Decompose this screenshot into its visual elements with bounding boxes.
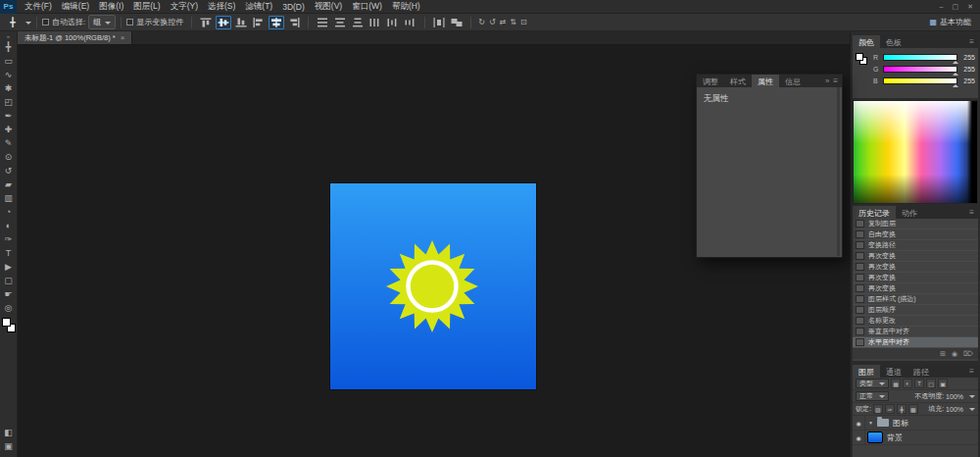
tab-paths[interactable]: 路径 — [907, 365, 935, 378]
foreground-color-swatch[interactable] — [856, 53, 863, 61]
history-step[interactable]: 再次变换 — [853, 251, 978, 262]
lock-transparent-pixels-icon[interactable]: ▨ — [873, 404, 883, 414]
rectangle-tool[interactable]: ▢ — [0, 274, 17, 287]
brush-tool[interactable]: ✎ — [0, 136, 17, 150]
green-value[interactable]: 255 — [960, 66, 975, 73]
history-step[interactable]: 变换路径 — [853, 240, 978, 251]
align-top-icon[interactable] — [198, 16, 214, 29]
hand-tool[interactable]: ☛ — [0, 287, 17, 301]
layer-thumbnail[interactable] — [867, 432, 883, 443]
red-value[interactable]: 255 — [960, 54, 975, 61]
close-tab-icon[interactable]: × — [121, 33, 125, 42]
distribute-left-icon[interactable] — [368, 16, 383, 29]
align-horizontal-centers-icon[interactable] — [269, 16, 284, 29]
visibility-eye-icon[interactable]: ◉ — [853, 416, 865, 430]
history-step[interactable]: 自由变换 — [853, 229, 978, 240]
minimize-button[interactable]: – — [940, 3, 944, 11]
history-step[interactable]: 名称更改 — [853, 316, 978, 327]
tab-styles[interactable]: 样式 — [724, 75, 752, 87]
panel-menu-icon[interactable]: ≡ — [969, 37, 974, 46]
tab-actions[interactable]: 动作 — [896, 206, 923, 219]
lock-all-icon[interactable]: ▩ — [908, 404, 918, 414]
eyedropper-tool[interactable]: ✒ — [0, 109, 17, 123]
collapse-panel-icon[interactable]: » — [825, 76, 829, 85]
tab-channels[interactable]: 通道 — [880, 365, 907, 378]
panel-menu-icon[interactable]: ≡ — [833, 76, 838, 85]
dodge-tool[interactable]: ◐ — [0, 219, 17, 232]
menu-filter[interactable]: 滤镜(T) — [240, 0, 277, 14]
document-tab[interactable]: 未标题-1 @ 100%(RGB/8) * × — [18, 31, 132, 44]
foreground-color-swatch[interactable] — [2, 318, 11, 327]
fill-value[interactable]: 100% — [946, 406, 963, 413]
history-step[interactable]: 图层顺序 — [853, 305, 978, 316]
auto-select-checkbox[interactable] — [42, 19, 49, 25]
move-tool[interactable]: ╋ — [0, 40, 17, 54]
menu-edit[interactable]: 编辑(E) — [57, 0, 94, 14]
tab-color[interactable]: 颜色 — [853, 35, 880, 48]
3d-scale-icon[interactable]: ⊡ — [520, 18, 527, 26]
fill-caret-icon[interactable] — [969, 408, 975, 414]
new-document-from-state-icon[interactable]: ⊞ — [940, 350, 946, 358]
create-snapshot-icon[interactable]: ◉ — [952, 350, 957, 358]
history-step[interactable]: 再次变换 — [853, 283, 978, 294]
history-step[interactable]: 复制图层 — [853, 219, 978, 229]
delete-state-icon[interactable]: ⌦ — [963, 350, 973, 358]
tab-info[interactable]: 信息 — [779, 75, 807, 87]
blue-slider[interactable] — [883, 77, 957, 84]
align-right-icon[interactable] — [286, 16, 302, 29]
artboard[interactable] — [330, 183, 536, 389]
distribute-spacing-icon[interactable] — [431, 16, 447, 29]
blend-mode-dropdown[interactable]: 正常 — [856, 391, 889, 401]
menu-image[interactable]: 图像(I) — [94, 0, 128, 14]
tab-layers[interactable]: 图层 — [853, 365, 880, 378]
menu-help[interactable]: 帮助(H) — [387, 0, 425, 14]
align-vertical-centers-icon[interactable] — [216, 16, 231, 29]
distribute-vertical-centers-icon[interactable] — [332, 16, 348, 29]
quick-mask-button[interactable]: ◧ — [0, 426, 17, 439]
eraser-tool[interactable]: ▰ — [0, 178, 17, 191]
lock-position-icon[interactable]: ╋ — [897, 404, 906, 414]
red-slider[interactable] — [883, 54, 957, 61]
show-transform-checkbox[interactable] — [126, 19, 133, 25]
tool-preset-caret-icon[interactable] — [25, 22, 31, 27]
filter-pixel-layers-icon[interactable]: ▦ — [891, 379, 901, 388]
panel-color-swatches[interactable] — [856, 53, 870, 86]
opacity-caret-icon[interactable] — [969, 395, 975, 401]
current-tool-icon[interactable]: ╋ — [4, 18, 22, 27]
expand-group-icon[interactable]: ▼ — [868, 420, 873, 426]
distribute-horizontal-centers-icon[interactable] — [385, 16, 401, 29]
menu-3d[interactable]: 3D(D) — [277, 0, 310, 14]
3d-slide-icon[interactable]: ⇅ — [510, 18, 516, 26]
zoom-tool[interactable]: ◎ — [0, 301, 17, 315]
align-left-icon[interactable] — [251, 16, 267, 29]
crop-tool[interactable]: ◰ — [0, 95, 17, 109]
lock-image-pixels-icon[interactable]: ✑ — [885, 404, 895, 414]
path-selection-tool[interactable]: ▶ — [0, 260, 17, 274]
menu-window[interactable]: 窗口(W) — [347, 0, 387, 14]
rectangular-marquee-tool[interactable]: ▭ — [0, 54, 17, 68]
screen-mode-button[interactable]: ▣ — [0, 439, 17, 453]
3d-roll-icon[interactable]: ↺ — [489, 18, 496, 26]
clone-stamp-tool[interactable]: ⊙ — [0, 150, 17, 164]
history-step-selected[interactable]: 水平居中对齐 — [853, 337, 978, 348]
filter-type-layers-icon[interactable]: T — [914, 379, 924, 388]
close-button[interactable]: ✕ — [967, 3, 973, 11]
menu-layer[interactable]: 图层(L) — [128, 0, 165, 14]
layer-row[interactable]: ◉ 背景 — [853, 431, 978, 445]
layer-name[interactable]: 背景 — [887, 432, 903, 443]
filter-smart-objects-icon[interactable]: ▣ — [938, 379, 948, 388]
pen-tool[interactable]: ✑ — [0, 232, 17, 246]
workspace-switcher[interactable]: ▦ 基本功能 — [929, 17, 980, 27]
color-swatches[interactable] — [2, 318, 16, 332]
3d-drag-icon[interactable]: ⇄ — [500, 18, 507, 26]
auto-align-layers-icon[interactable] — [449, 16, 465, 29]
distribute-top-icon[interactable] — [315, 16, 330, 29]
history-step[interactable]: 垂直居中对齐 — [853, 327, 978, 337]
layer-filter-dropdown[interactable]: 类型 — [856, 379, 889, 388]
filter-adjustment-layers-icon[interactable]: ◐ — [903, 379, 912, 388]
panel-menu-icon[interactable]: ≡ — [969, 367, 974, 376]
align-bottom-icon[interactable] — [233, 16, 249, 29]
3d-rotate-icon[interactable]: ↻ — [478, 18, 485, 26]
tab-swatches[interactable]: 色板 — [880, 35, 907, 48]
menu-select[interactable]: 选择(S) — [203, 0, 240, 14]
